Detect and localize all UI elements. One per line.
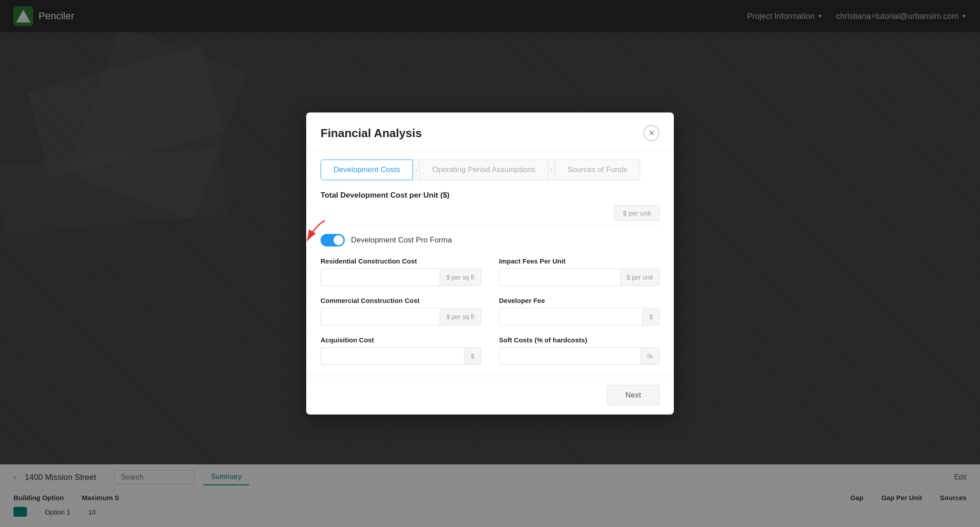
residential-construction-input[interactable] — [321, 269, 440, 285]
per-unit-row: $ per unit — [321, 205, 659, 221]
commercial-construction-label: Commercial Construction Cost — [321, 297, 481, 304]
tab-operating-period[interactable]: Operating Period Assumptions — [419, 160, 548, 180]
developer-fee-input[interactable] — [499, 308, 642, 325]
soft-costs-group: Soft Costs (% of hardcosts) % — [499, 336, 659, 365]
impact-fees-group: Impact Fees Per Unit $ per unit — [499, 257, 659, 286]
soft-costs-unit: % — [641, 348, 659, 364]
developer-fee-unit: $ — [642, 309, 659, 325]
impact-fees-input[interactable] — [499, 269, 620, 285]
per-unit-badge: $ per unit — [614, 205, 659, 221]
acquisition-cost-input[interactable] — [321, 348, 464, 364]
commercial-construction-group: Commercial Construction Cost $ per sq ft — [321, 297, 481, 325]
tab-separator-1: › — [413, 160, 419, 180]
tab-sources-of-funds[interactable]: Sources of Funds — [555, 160, 640, 180]
modal-tabs: Development Costs › Operating Period Ass… — [306, 151, 674, 180]
input-grid: Residential Construction Cost $ per sq f… — [321, 257, 659, 365]
commercial-construction-input[interactable] — [321, 308, 440, 325]
modal-title: Financial Analysis — [321, 126, 422, 140]
acquisition-cost-group: Acquisition Cost $ — [321, 336, 481, 365]
soft-costs-label: Soft Costs (% of hardcosts) — [499, 336, 659, 344]
toggle-label: Development Cost Pro Forma — [351, 236, 452, 245]
developer-fee-group: Developer Fee $ — [499, 297, 659, 325]
financial-analysis-modal: Financial Analysis ✕ Development Costs ›… — [306, 112, 674, 415]
impact-fees-unit: $ per unit — [620, 269, 659, 285]
toggle-row: Development Cost Pro Forma — [321, 234, 659, 246]
modal-body: Total Development Cost per Unit ($) $ pe… — [306, 180, 674, 376]
toggle-slider — [321, 234, 345, 246]
modal-close-button[interactable]: ✕ — [643, 125, 659, 141]
section-divider — [321, 225, 659, 226]
residential-construction-group: Residential Construction Cost $ per sq f… — [321, 257, 481, 286]
impact-fees-label: Impact Fees Per Unit — [499, 257, 659, 265]
modal-header: Financial Analysis ✕ — [306, 112, 674, 151]
tab-development-costs[interactable]: Development Costs — [321, 160, 413, 180]
dev-cost-proforma-toggle[interactable] — [321, 234, 345, 246]
total-dev-cost-label: Total Development Cost per Unit ($) — [321, 191, 659, 200]
acquisition-cost-input-wrapper: $ — [321, 347, 481, 365]
residential-construction-input-wrapper: $ per sq ft — [321, 268, 481, 286]
next-button[interactable]: Next — [607, 385, 659, 406]
acquisition-cost-unit: $ — [464, 348, 481, 364]
soft-costs-input-wrapper: % — [499, 347, 659, 365]
commercial-construction-input-wrapper: $ per sq ft — [321, 308, 481, 325]
residential-construction-label: Residential Construction Cost — [321, 257, 481, 265]
developer-fee-label: Developer Fee — [499, 297, 659, 304]
modal-footer: Next — [306, 376, 674, 415]
impact-fees-input-wrapper: $ per unit — [499, 268, 659, 286]
acquisition-cost-label: Acquisition Cost — [321, 336, 481, 344]
developer-fee-input-wrapper: $ — [499, 308, 659, 325]
residential-construction-unit: $ per sq ft — [440, 269, 481, 285]
commercial-construction-unit: $ per sq ft — [440, 309, 481, 325]
soft-costs-input[interactable] — [499, 348, 641, 364]
tab-separator-2: › — [548, 160, 555, 180]
modal-overlay: Financial Analysis ✕ Development Costs ›… — [0, 0, 980, 527]
